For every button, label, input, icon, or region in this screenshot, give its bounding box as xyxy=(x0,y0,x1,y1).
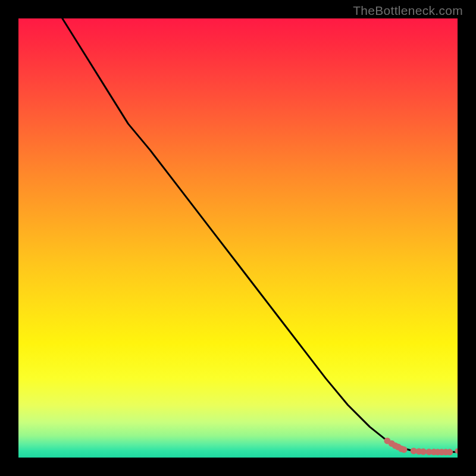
curve-line xyxy=(62,18,458,452)
marker-dot xyxy=(400,446,407,453)
marker-dot xyxy=(446,449,453,455)
plot-area xyxy=(18,18,458,458)
chart-frame: TheBottleneck.com xyxy=(0,0,476,476)
marker-dot xyxy=(420,449,427,455)
marker-dots xyxy=(384,437,458,455)
credit-label: TheBottleneck.com xyxy=(353,4,463,18)
marker-dot xyxy=(455,448,458,453)
plot-svg xyxy=(18,18,458,458)
